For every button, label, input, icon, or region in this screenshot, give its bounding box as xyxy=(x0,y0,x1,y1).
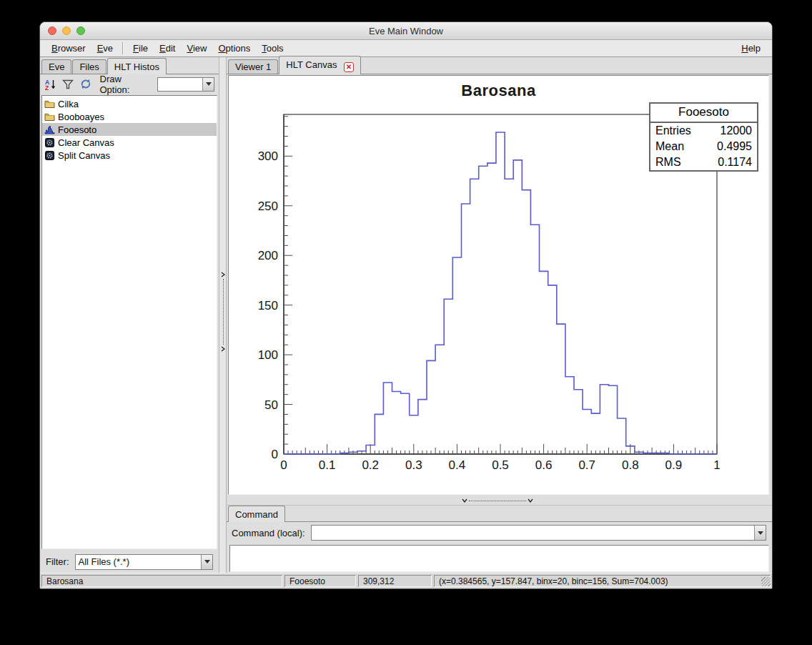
tree-item-split-canvas[interactable]: Split Canvas xyxy=(42,149,217,162)
draw-option-combobox[interactable] xyxy=(157,77,214,92)
close-window-icon[interactable] xyxy=(48,26,56,35)
chevron-right-icon xyxy=(221,346,225,352)
svg-text:250: 250 xyxy=(258,200,278,213)
svg-text:0.4: 0.4 xyxy=(449,458,466,472)
command-input-label: Command (local): xyxy=(232,528,305,538)
folder-icon xyxy=(44,112,55,122)
menu-separator xyxy=(122,42,124,54)
svg-text:0.5: 0.5 xyxy=(492,458,509,472)
filter-combobox[interactable]: All Files (*.*) xyxy=(75,554,214,570)
sort-az-icon[interactable]: A Z xyxy=(44,78,57,91)
svg-text:50: 50 xyxy=(264,398,278,412)
tab-eve[interactable]: Eve xyxy=(41,59,71,74)
command-input-combobox[interactable] xyxy=(311,525,766,541)
stats-box[interactable]: Fooesoto Entries 12000 Mean 0.4995 RMS xyxy=(649,102,758,172)
chevron-down-icon xyxy=(204,560,210,563)
command-output-box[interactable] xyxy=(229,545,769,572)
command-dropdown-button[interactable] xyxy=(754,526,766,540)
vertical-splitter-handle[interactable] xyxy=(220,272,226,352)
minimize-window-icon[interactable] xyxy=(62,26,71,35)
folder-icon xyxy=(44,99,55,109)
svg-text:0: 0 xyxy=(272,448,278,461)
tree-item-clear-canvas[interactable]: Clear Canvas xyxy=(42,136,217,149)
screen-background: Eve Main Window Browser Eve File Edit Vi… xyxy=(0,0,812,645)
chevron-down-icon xyxy=(206,82,212,86)
command-input-value[interactable] xyxy=(312,526,754,540)
command-panel: Command Command (local): xyxy=(227,505,772,575)
canvas-container: 00.10.20.30.40.50.60.70.80.9105010015020… xyxy=(227,74,772,495)
tab-hlt-histos[interactable]: HLT Histos xyxy=(107,58,167,74)
draw-option-dropdown-button[interactable] xyxy=(202,78,214,91)
left-tab-bar: Eve Files HLT Histos xyxy=(40,57,219,74)
tab-hlt-canvas[interactable]: HLT Canvas ✕ xyxy=(279,56,361,74)
svg-text:300: 300 xyxy=(258,149,278,163)
filter-dropdown-button[interactable] xyxy=(201,555,212,569)
svg-text:0.9: 0.9 xyxy=(665,458,683,472)
stats-value: 0.4995 xyxy=(717,139,752,154)
stats-label: Mean xyxy=(655,139,684,154)
status-bar: Barosana Fooesoto 309,312 (x=0.384565, y… xyxy=(40,573,772,589)
resize-grip-icon[interactable] xyxy=(761,577,771,586)
svg-text:1: 1 xyxy=(713,458,720,472)
svg-text:0.2: 0.2 xyxy=(362,458,379,472)
stats-value: 12000 xyxy=(721,123,753,139)
svg-text:0: 0 xyxy=(280,458,287,472)
menu-tools[interactable]: Tools xyxy=(256,41,289,55)
tab-hlt-canvas-label: HLT Canvas xyxy=(286,59,337,70)
filter-label: Filter: xyxy=(46,556,69,567)
canvas-icon xyxy=(44,150,55,160)
tree-item-label: Fooesoto xyxy=(58,124,96,135)
histogram-canvas[interactable]: 00.10.20.30.40.50.60.70.80.9105010015020… xyxy=(228,75,769,495)
filter-value[interactable]: All Files (*.*) xyxy=(76,555,202,569)
filter-icon[interactable] xyxy=(62,78,75,91)
title-bar[interactable]: Eve Main Window xyxy=(40,22,772,40)
tree-item-label: Split Canvas xyxy=(58,150,110,161)
svg-text:Z: Z xyxy=(45,84,49,90)
svg-text:200: 200 xyxy=(258,249,278,262)
filter-row: Filter: All Files (*.*) xyxy=(40,551,219,573)
close-tab-icon[interactable]: ✕ xyxy=(344,62,354,72)
refresh-icon[interactable] xyxy=(79,78,92,91)
svg-text:0.6: 0.6 xyxy=(535,458,553,472)
tree-item-cilka[interactable]: Cilka xyxy=(42,97,217,110)
tree-item-label: Clear Canvas xyxy=(58,137,114,148)
draw-option-value[interactable] xyxy=(158,78,202,91)
menu-browser[interactable]: Browser xyxy=(46,41,91,55)
status-cursor-position: 309,312 xyxy=(358,575,432,587)
draw-option-label: Draw Option: xyxy=(100,74,153,95)
svg-text:0.1: 0.1 xyxy=(319,458,336,472)
splitter-dotted-line xyxy=(223,279,224,345)
tree-item-label: Cilka xyxy=(58,99,79,109)
stats-label: Entries xyxy=(655,123,691,139)
canvas-icon xyxy=(44,137,55,147)
browser-panel: Eve Files HLT Histos A Z xyxy=(40,57,219,573)
svg-text:150: 150 xyxy=(258,299,278,312)
stats-label: RMS xyxy=(655,154,681,170)
viewer-tab-bar: Viewer 1 HLT Canvas ✕ xyxy=(227,57,772,74)
viewer-area: Viewer 1 HLT Canvas ✕ 00.10.20.30.40.50.… xyxy=(227,57,772,573)
horizontal-splitter-handle[interactable] xyxy=(462,498,533,503)
horizontal-splitter[interactable] xyxy=(227,495,772,505)
tab-command[interactable]: Command xyxy=(228,506,285,522)
status-object-title: Barosana xyxy=(41,575,282,587)
zoom-window-icon[interactable] xyxy=(76,26,85,35)
tab-files[interactable]: Files xyxy=(72,59,106,74)
window-controls xyxy=(48,22,85,39)
menu-help[interactable]: Help xyxy=(736,41,766,55)
menu-file[interactable]: File xyxy=(127,41,154,55)
tree-item-fooesoto[interactable]: Fooesoto xyxy=(42,123,217,136)
menu-eve[interactable]: Eve xyxy=(91,41,119,55)
chevron-right-icon xyxy=(221,272,225,277)
stats-row-mean: Mean 0.4995 xyxy=(650,139,757,154)
tab-viewer-1[interactable]: Viewer 1 xyxy=(228,59,278,74)
svg-text:0.3: 0.3 xyxy=(405,458,422,472)
chevron-down-icon xyxy=(462,498,467,503)
status-object-name: Fooesoto xyxy=(284,575,356,587)
tree-item-booboayes[interactable]: Booboayes xyxy=(42,110,217,123)
splitter-dotted-line xyxy=(469,501,526,501)
menu-view[interactable]: View xyxy=(181,41,212,55)
menu-options[interactable]: Options xyxy=(212,41,256,55)
object-tree[interactable]: Cilka Booboayes Fooesoto xyxy=(41,95,217,549)
vertical-splitter[interactable] xyxy=(219,57,227,573)
menu-edit[interactable]: Edit xyxy=(154,41,181,55)
